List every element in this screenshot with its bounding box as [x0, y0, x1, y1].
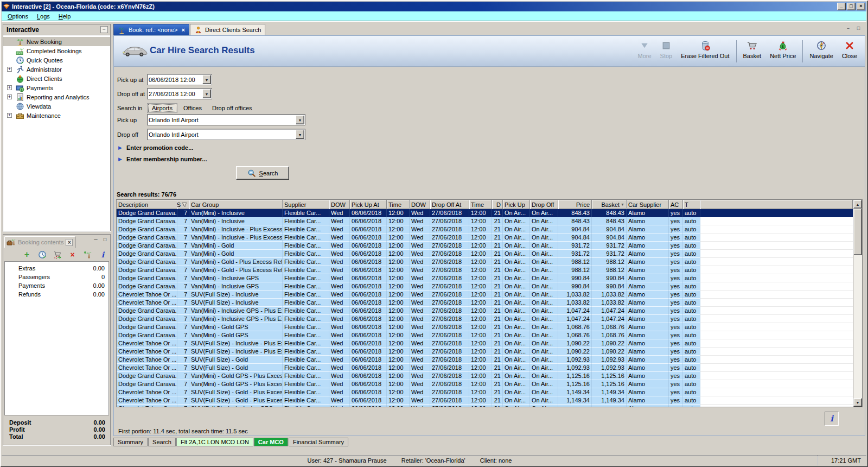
column-header-drop-off-at[interactable]: Drop Off At [430, 200, 469, 209]
searchin-drop-off-offices[interactable]: Drop off offices [208, 104, 257, 112]
info-icon[interactable]: i [98, 250, 107, 260]
delete-icon[interactable]: × [68, 250, 77, 260]
table-row[interactable]: Chevrolet Tahoe Or ...7SUV(Full Size) - … [117, 396, 853, 405]
table-row[interactable]: Chevrolet Tahoe Or ...7SUV(Full Size) - … [117, 364, 853, 372]
table-row[interactable]: Chevrolet Tahoe Or ...7SUV(Full Size) - … [117, 388, 853, 396]
booking-contents-tab[interactable]: Booking contents × [4, 236, 75, 248]
palm-upload-icon[interactable] [83, 250, 92, 260]
sidebar-item-quick-quotes[interactable]: Quick Quotes [3, 55, 110, 65]
column-header-dow[interactable]: DOW [329, 200, 350, 209]
searchin-airports[interactable]: Airports [147, 103, 177, 113]
quote-icon[interactable] [37, 250, 47, 260]
table-row[interactable]: Dodge Grand Carava...7Van(Mini) - Inclus… [117, 209, 853, 217]
table-row[interactable]: Dodge Grand Carava...7Van(Mini) - GoldFl… [117, 242, 853, 250]
column-header-car-group[interactable]: Car Group [189, 200, 283, 209]
menu-options[interactable]: Options [3, 12, 33, 20]
table-row[interactable]: Chevrolet Tahoe Or ...7SUV(Full Size) - … [117, 299, 853, 307]
bottom-tab-car-mco[interactable]: Car MCO [254, 438, 288, 446]
column-header-t[interactable]: T [683, 200, 700, 209]
menu-logs[interactable]: Logs [33, 12, 54, 20]
filter-funnel-icon[interactable] [182, 202, 187, 207]
chevron-down-icon[interactable]: ▼ [296, 130, 304, 139]
column-header-price[interactable]: Price [558, 200, 592, 209]
sidebar-item-new-booking[interactable]: New Booking [3, 37, 110, 46]
pickup-combo[interactable]: ▼ [147, 114, 305, 125]
add-icon[interactable]: + [22, 250, 31, 260]
search-button[interactable]: Search [236, 166, 289, 180]
table-row[interactable]: Dodge Grand Carava...7Van(Mini) - Inclus… [117, 217, 853, 225]
info-button[interactable]: i [825, 412, 839, 426]
scrollbar-thumb[interactable] [853, 209, 862, 255]
column-header-dow[interactable]: DOW [410, 200, 430, 209]
table-row[interactable]: Dodge Grand Carava...7Van(Mini) - Gold -… [117, 266, 853, 274]
bottom-tab-flt-2a-1c-lon-mco-lon[interactable]: Flt 2A,1C LON MCO LON [176, 438, 253, 446]
table-row[interactable]: Dodge Grand Carava...7Van(Mini) - Gold G… [117, 331, 853, 339]
table-row[interactable]: Dodge Grand Carava...7Van(Mini) - Inclus… [117, 274, 853, 282]
column-header-time[interactable]: Time [387, 200, 410, 209]
column-header-ac[interactable]: AC [669, 200, 683, 209]
tab-direct-clients-search[interactable]: Direct Clients Search [190, 24, 265, 35]
chevron-down-icon[interactable]: ▼ [202, 75, 211, 84]
column-header-s[interactable]: S [177, 200, 189, 209]
sidebar-item-viewdata[interactable]: Viewdata [3, 102, 110, 111]
chevron-down-icon[interactable]: ▼ [296, 115, 304, 124]
scroll-up-icon[interactable]: ▲ [853, 200, 862, 209]
pickup-input[interactable] [149, 115, 295, 124]
expand-icon[interactable]: + [7, 94, 12, 99]
sidebar-item-payments[interactable]: +Payments [3, 83, 110, 92]
table-row[interactable]: Chevrolet Tahoe Or ...7SUV(Full Size) - … [117, 405, 853, 407]
main-maximize-icon[interactable]: □ [855, 26, 862, 32]
table-row[interactable]: Dodge Grand Carava...7Van(Mini) - Gold G… [117, 323, 853, 331]
column-header-drop-off[interactable]: Drop Off [530, 200, 558, 209]
table-row[interactable]: Dodge Grand Carava...7Van(Mini) - Gold G… [117, 380, 853, 388]
table-row[interactable]: Chevrolet Tahoe Or ...7SUV(Full Size) - … [117, 348, 853, 356]
dropoff-at-combo[interactable]: ▼ [147, 88, 212, 99]
dropoff-at-input[interactable] [149, 89, 202, 98]
table-row[interactable]: Dodge Grand Carava...7Van(Mini) - GoldFl… [117, 250, 853, 258]
table-row[interactable]: Dodge Grand Carava...7Van(Mini) - Inclus… [117, 315, 853, 323]
tab-close-icon[interactable]: × [181, 27, 185, 33]
maximize-button[interactable]: □ [847, 3, 856, 10]
column-header-time[interactable]: Time [469, 200, 492, 209]
column-header-d[interactable]: D [492, 200, 503, 209]
column-header-description[interactable]: Description [117, 200, 177, 209]
collapse-panel-icon[interactable]: − [100, 26, 108, 33]
table-row[interactable]: Dodge Grand Carava...7Van(Mini) - Gold G… [117, 372, 853, 380]
navigate-button[interactable]: Navigate [805, 39, 837, 64]
column-header-pick-up[interactable]: Pick Up [503, 200, 530, 209]
menu-help[interactable]: Help [54, 12, 75, 20]
minimize-button[interactable]: _ [837, 3, 846, 10]
erase-filtered-out-button[interactable]: Erase Filtered Out [676, 39, 733, 64]
dropoff-input[interactable] [149, 130, 295, 139]
bottom-tab-search[interactable]: Search [148, 438, 176, 446]
column-header-basket[interactable]: Basket▼ [592, 200, 627, 209]
table-row[interactable]: Chevrolet Tahoe Or ...7SUV(Full Size) - … [117, 291, 853, 299]
close-panel-icon[interactable]: × [66, 239, 73, 246]
bottom-tab-financial-summary[interactable]: Financial Summary [289, 438, 348, 446]
vertical-scrollbar[interactable]: ▲ ▼ [853, 200, 862, 407]
panel-minimize-icon[interactable]: ─ [92, 236, 99, 243]
sidebar-item-maintenance[interactable]: +Maintenance [3, 111, 110, 120]
sidebar-item-administrator[interactable]: +Administrator [3, 65, 110, 74]
bottom-tab-summary[interactable]: Summary [113, 438, 148, 446]
table-row[interactable]: Dodge Grand Carava...7Van(Mini) - Gold -… [117, 258, 853, 266]
pickup-at-input[interactable] [149, 75, 202, 84]
table-row[interactable]: Dodge Grand Carava...7Van(Mini) - Inclus… [117, 225, 853, 234]
membership-number-expander[interactable]: ▶ Enter membership number... [118, 156, 207, 162]
expand-icon[interactable]: + [7, 113, 12, 118]
tab-book-ref-none[interactable]: Book. ref.: <none>× [113, 24, 189, 35]
panel-maximize-icon[interactable]: □ [101, 236, 108, 243]
dropoff-combo[interactable]: ▼ [147, 129, 305, 140]
column-header-car-supplier[interactable]: Car Supplier [627, 200, 669, 209]
pickup-at-combo[interactable]: ▼ [147, 74, 212, 85]
sidebar-item-direct-clients[interactable]: Direct Clients [3, 74, 110, 83]
column-header-supplier[interactable]: Supplier [283, 200, 329, 209]
sidebar-item-reporting-and-analytics[interactable]: +Reporting and Analytics [3, 92, 110, 102]
table-row[interactable]: Chevrolet Tahoe Or ...7SUV(Full Size) - … [117, 356, 853, 364]
expand-icon[interactable]: + [7, 67, 12, 72]
main-minimize-icon[interactable]: − [845, 26, 852, 32]
expand-icon[interactable]: + [7, 85, 12, 90]
close-button[interactable]: Close [838, 39, 861, 64]
promotion-code-expander[interactable]: ▶ Enter promotion code... [118, 144, 193, 151]
table-row[interactable]: Dodge Grand Carava...7Van(Mini) - Inclus… [117, 282, 853, 291]
